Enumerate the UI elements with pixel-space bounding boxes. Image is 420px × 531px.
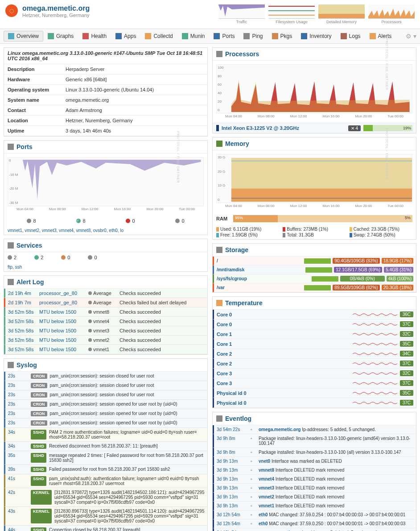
- tab-ping[interactable]: Ping: [239, 31, 267, 41]
- event-row[interactable]: 3d 9h 13m▫vmnet2 Interface DELETED mark …: [213, 493, 416, 502]
- temp-row[interactable]: Physical id 037C: [213, 398, 416, 408]
- mem-legend-item: Cached: 23.3GB (75%): [350, 227, 412, 232]
- mem-legend-item: Free: 1.59GB (5%): [216, 232, 279, 237]
- syslog-row[interactable]: 34sSSHDPAM 2 more authentication failure…: [4, 428, 207, 442]
- event-row[interactable]: 3d 9h 13m▫vnet0 Interface was marked as …: [213, 457, 416, 466]
- storage-row[interactable]: /90.4GB/109GB (83%)18.9GB (17%): [213, 257, 416, 266]
- temp-row[interactable]: Core 237C: [213, 359, 416, 369]
- event-row[interactable]: 3d 12h 54m▫eth0 MAC changed: 37.59.0.250…: [213, 519, 416, 528]
- alertlog-title: Alert Log: [16, 278, 44, 286]
- event-row[interactable]: 3d 9h 13m▫vmnet4 Interface DELETED mark …: [213, 475, 416, 484]
- temp-row[interactable]: Core 337C: [213, 378, 416, 388]
- event-icon: ▫: [251, 459, 256, 464]
- event-icon: ▫: [251, 427, 256, 432]
- temp-row[interactable]: Core 234C: [213, 349, 416, 359]
- syslog-icon: [8, 362, 14, 368]
- ports-chart[interactable]: 0-10 M-20 M-30 M PROTOCOL / TIDE OBTINER: [8, 157, 204, 206]
- mini-chart-processors[interactable]: Processors: [368, 4, 415, 24]
- syslog-row[interactable]: 35sSSHDmessage repeated 2 times: [ Faile…: [4, 451, 207, 465]
- info-val: 3 days, 14h 46m 40s: [62, 126, 207, 136]
- host-location: Hetzner, Nuremberg, Germany: [22, 12, 90, 18]
- service-stat: 2: [8, 255, 16, 260]
- svg-rect-6: [231, 189, 412, 202]
- alert-row[interactable]: 3d 52m 58sMTU below 1500vmnet4Checks suc…: [4, 317, 207, 326]
- memory-chart[interactable]: 30 G20 G10 G0 PROTOCOL / TIDE OBTINER: [216, 154, 412, 203]
- event-row[interactable]: 3d 9h 8m▫Package installed: linux-header…: [213, 434, 416, 448]
- syslog-row[interactable]: 42sKERNEL[312831.970872] type=1326 audit…: [4, 488, 207, 507]
- info-key: Contact: [4, 105, 62, 116]
- tab-apps[interactable]: Apps: [111, 31, 140, 41]
- syslog-row[interactable]: 34sSSHDReceived disconnect from 58.218.2…: [4, 442, 207, 451]
- syslog-row[interactable]: 39sSSHDFailed password for root from 58.…: [4, 465, 207, 474]
- mini-chart-filesystem-usage[interactable]: Filesystem Usage: [268, 4, 315, 24]
- event-row[interactable]: 3d 9h 13m▫vmnet1 Interface DELETED mark …: [213, 502, 416, 510]
- port-links[interactable]: vmnet1, vmnet2, vmnet3, vmnet4, vmnet8, …: [4, 226, 207, 235]
- info-key: Hardware: [4, 75, 62, 85]
- mini-chart-traffic[interactable]: Traffic: [218, 4, 265, 24]
- info-val: Adam Armstrong: [62, 105, 207, 116]
- syslog-row[interactable]: 23sCRONpam_unix(cron:session): session c…: [4, 390, 207, 400]
- alert-row[interactable]: 3d 52m 58sMTU below 1500vmnet2Checks suc…: [4, 336, 207, 345]
- syslog-row[interactable]: 23sCRONpam_unix(cron:session): session o…: [4, 409, 207, 419]
- info-key: System name: [4, 95, 62, 105]
- gear-icon[interactable]: ⚙ ▾: [406, 33, 416, 40]
- storage-row[interactable]: /sys/fs/cgroup0B/4kB (0%)4kB (100%): [213, 274, 416, 283]
- service-stat: 2: [34, 255, 43, 260]
- event-row[interactable]: 3d 9h 13m▫vmnet8 Interface DELETED mark …: [213, 466, 416, 475]
- info-table: DescriptionHerpaderp ServerHardwareGener…: [4, 64, 207, 136]
- event-icon: ▫: [251, 436, 256, 446]
- alert-row[interactable]: 3d 52m 58sMTU below 1500vmnet3Checks suc…: [4, 326, 207, 336]
- info-val: Hetzner, Nuremberg, Germany: [62, 116, 207, 126]
- temp-row[interactable]: Core 332C: [213, 369, 416, 378]
- ram-label: RAM: [216, 216, 230, 221]
- storage-row[interactable]: /mnt/ramdisk12.1GB/17.5GB (69%)5.4GB (31…: [213, 266, 416, 274]
- cpu-mult: ✕ 4: [348, 125, 361, 131]
- temp-row[interactable]: Core 037C: [213, 319, 416, 329]
- tab-collectd[interactable]: Collectd: [140, 31, 177, 41]
- temp-row[interactable]: Core 036C: [213, 310, 416, 319]
- mini-chart-detailed-memory[interactable]: Detailed Memory: [318, 4, 365, 24]
- tab-graphs[interactable]: Graphs: [43, 31, 78, 41]
- tab-alerts[interactable]: Alerts: [365, 31, 396, 41]
- temperature-icon: [216, 300, 222, 306]
- syslog-row[interactable]: 43sKERNEL[312830.896733] type=1326 audit…: [4, 507, 207, 526]
- event-row[interactable]: 3d 9h 13m▫vmnet3 Interface DELETED mark …: [213, 484, 416, 493]
- temp-row[interactable]: Core 132C: [213, 329, 416, 339]
- tab-logs[interactable]: Logs: [336, 31, 365, 41]
- cpu-name[interactable]: Intel Xeon E3-1225 V2 @ 3.20GHz: [222, 125, 346, 131]
- syslog-row[interactable]: 44sSSHDConnection closed by 58.218.200.3…: [4, 526, 207, 531]
- alert-row[interactable]: 3d 52m 58sMTU below 1500vmnet1Checks suc…: [4, 345, 207, 354]
- syslog-row[interactable]: 23sCRONpam_unix(cron:session): session o…: [4, 419, 207, 428]
- port-stat: 0: [175, 218, 184, 224]
- storage-row[interactable]: /var89.5GB/109GB (82%)20.3GB (18%): [213, 283, 416, 292]
- cpu-icon: [216, 51, 222, 57]
- event-row[interactable]: 3d 12h 54m▫eth0 MAC changed: 37.59.0.254…: [213, 510, 416, 519]
- temp-row[interactable]: Core 135C: [213, 339, 416, 349]
- services-title: Services: [16, 242, 42, 249]
- syslog-row[interactable]: 23sCRONpam_unix(cron:session): session c…: [4, 372, 207, 381]
- event-row[interactable]: 3d 12h 54m▫omega.memetic.org Ip-addresse…: [213, 528, 416, 531]
- syslog-row[interactable]: 23sCRONpam_unix(cron:session): session o…: [4, 400, 207, 409]
- tab-pkgs[interactable]: Pkgs: [268, 31, 297, 41]
- tab-inventory[interactable]: Inventory: [296, 31, 336, 41]
- temp-row[interactable]: Physical id 035C: [213, 388, 416, 398]
- syslog-row[interactable]: 41sSSHDpam_unix(sshd:auth): authenticati…: [4, 474, 207, 488]
- tab-health[interactable]: Health: [78, 31, 111, 41]
- service-links[interactable]: ftp, ssh: [4, 263, 207, 271]
- tab-overview[interactable]: Overview: [4, 31, 43, 41]
- event-row[interactable]: 3d 54m 22s▫omega.memetic.org Ip-addresse…: [213, 425, 416, 434]
- processors-chart[interactable]: 100806040200 PROTOCOL / TIDE OBTINER: [216, 64, 412, 113]
- event-icon: ▫: [251, 503, 256, 508]
- tab-munin[interactable]: Munin: [177, 31, 210, 41]
- event-icon: ▫: [251, 450, 256, 455]
- hostname[interactable]: omega.memetic.org: [22, 4, 90, 12]
- alert-row[interactable]: 3d 52m 58sMTU below 1500vmnet8Checks suc…: [4, 307, 207, 317]
- tab-ports[interactable]: Ports: [209, 31, 239, 41]
- event-icon: ▫: [251, 512, 256, 517]
- event-row[interactable]: 3d 9h 8m▫Package installed: linux-header…: [213, 448, 416, 457]
- alert-row[interactable]: 2d 19h 4mprocessor_ge_80AverageChecks su…: [4, 289, 207, 298]
- event-icon: ▫: [251, 485, 256, 490]
- alert-row[interactable]: 2d 19h 7mprocessor_ge_80AverageChecks fa…: [4, 298, 207, 307]
- uname-line: Linux omega.memetic.org 3.13.0-100-gener…: [4, 48, 207, 64]
- syslog-row[interactable]: 23sCRONpam_unix(cron:session): session c…: [4, 381, 207, 390]
